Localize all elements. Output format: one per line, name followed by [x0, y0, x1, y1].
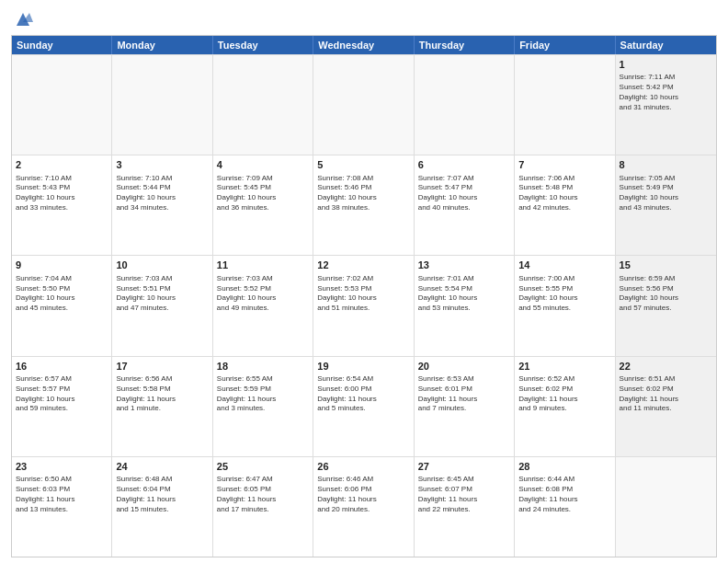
cell-info: Sunrise: 7:03 AM Sunset: 5:51 PM Dayligh…: [116, 274, 208, 314]
calendar-body: 1Sunrise: 7:11 AM Sunset: 5:42 PM Daylig…: [12, 54, 716, 557]
cal-cell: [112, 55, 212, 155]
cal-cell: 22Sunrise: 6:51 AM Sunset: 6:02 PM Dayli…: [616, 357, 716, 456]
cal-cell: 10Sunrise: 7:03 AM Sunset: 5:51 PM Dayli…: [112, 256, 212, 355]
cal-cell: 16Sunrise: 6:57 AM Sunset: 5:57 PM Dayli…: [12, 357, 112, 456]
cell-info: Sunrise: 7:11 AM Sunset: 5:42 PM Dayligh…: [620, 73, 712, 112]
cal-cell: 24Sunrise: 6:48 AM Sunset: 6:04 PM Dayli…: [112, 457, 212, 557]
cal-cell: [515, 55, 615, 155]
day-number: 12: [317, 259, 409, 271]
header-cell-monday: Monday: [112, 36, 212, 54]
week-row-2: 2Sunrise: 7:10 AM Sunset: 5:43 PM Daylig…: [12, 155, 716, 255]
page: SundayMondayTuesdayWednesdayThursdayFrid…: [0, 0, 728, 563]
cell-info: Sunrise: 6:50 AM Sunset: 6:03 PM Dayligh…: [16, 475, 108, 514]
cal-cell: 5Sunrise: 7:08 AM Sunset: 5:46 PM Daylig…: [313, 155, 414, 255]
cal-cell: 3Sunrise: 7:10 AM Sunset: 5:44 PM Daylig…: [112, 155, 212, 255]
cal-cell: 23Sunrise: 6:50 AM Sunset: 6:03 PM Dayli…: [12, 457, 112, 557]
cal-cell: 13Sunrise: 7:01 AM Sunset: 5:54 PM Dayli…: [415, 256, 515, 355]
day-number: 10: [116, 259, 208, 271]
day-number: 18: [217, 360, 309, 373]
header-cell-thursday: Thursday: [415, 36, 515, 54]
header-cell-wednesday: Wednesday: [313, 36, 414, 54]
cell-info: Sunrise: 7:05 AM Sunset: 5:49 PM Dayligh…: [620, 174, 712, 213]
week-row-4: 16Sunrise: 6:57 AM Sunset: 5:57 PM Dayli…: [12, 356, 716, 456]
calendar: SundayMondayTuesdayWednesdayThursdayFrid…: [11, 35, 717, 557]
cell-info: Sunrise: 7:09 AM Sunset: 5:45 PM Dayligh…: [217, 174, 309, 213]
cal-cell: 20Sunrise: 6:53 AM Sunset: 6:01 PM Dayli…: [415, 357, 515, 456]
cell-info: Sunrise: 6:47 AM Sunset: 6:05 PM Dayligh…: [217, 475, 309, 514]
cal-cell: 19Sunrise: 6:54 AM Sunset: 6:00 PM Dayli…: [313, 357, 414, 456]
cal-cell: 26Sunrise: 6:46 AM Sunset: 6:06 PM Dayli…: [313, 457, 414, 557]
cell-info: Sunrise: 6:46 AM Sunset: 6:06 PM Dayligh…: [317, 475, 409, 514]
cal-cell: 14Sunrise: 7:00 AM Sunset: 5:55 PM Dayli…: [515, 256, 615, 355]
cell-info: Sunrise: 6:54 AM Sunset: 6:00 PM Dayligh…: [317, 374, 409, 414]
cell-info: Sunrise: 7:01 AM Sunset: 5:54 PM Dayligh…: [418, 274, 510, 314]
cal-cell: 18Sunrise: 6:55 AM Sunset: 5:59 PM Dayli…: [213, 357, 313, 456]
day-number: 19: [317, 360, 409, 373]
logo: [11, 9, 33, 29]
week-row-3: 9Sunrise: 7:04 AM Sunset: 5:50 PM Daylig…: [12, 255, 716, 355]
day-number: 27: [418, 460, 510, 473]
day-number: 1: [620, 58, 712, 71]
cell-info: Sunrise: 6:53 AM Sunset: 6:01 PM Dayligh…: [418, 374, 510, 414]
cal-cell: [213, 55, 313, 155]
cal-cell: 17Sunrise: 6:56 AM Sunset: 5:58 PM Dayli…: [112, 357, 212, 456]
cell-info: Sunrise: 6:48 AM Sunset: 6:04 PM Dayligh…: [116, 475, 208, 514]
cell-info: Sunrise: 6:45 AM Sunset: 6:07 PM Dayligh…: [418, 475, 510, 514]
day-number: 7: [518, 158, 610, 171]
cal-cell: 21Sunrise: 6:52 AM Sunset: 6:02 PM Dayli…: [515, 357, 615, 456]
day-number: 11: [217, 259, 309, 271]
cell-info: Sunrise: 7:02 AM Sunset: 5:53 PM Dayligh…: [317, 274, 409, 314]
header-cell-friday: Friday: [515, 36, 615, 54]
cell-info: Sunrise: 7:06 AM Sunset: 5:48 PM Dayligh…: [518, 174, 610, 213]
cal-cell: 11Sunrise: 7:03 AM Sunset: 5:52 PM Dayli…: [213, 256, 313, 355]
cell-info: Sunrise: 6:44 AM Sunset: 6:08 PM Dayligh…: [518, 475, 610, 514]
day-number: 13: [418, 259, 510, 271]
cal-cell: 12Sunrise: 7:02 AM Sunset: 5:53 PM Dayli…: [313, 256, 414, 355]
cal-cell: 6Sunrise: 7:07 AM Sunset: 5:47 PM Daylig…: [415, 155, 515, 255]
day-number: 16: [16, 360, 108, 373]
header-cell-saturday: Saturday: [616, 36, 716, 54]
day-number: 15: [620, 259, 712, 271]
header-cell-tuesday: Tuesday: [213, 36, 313, 54]
cal-cell: 7Sunrise: 7:06 AM Sunset: 5:48 PM Daylig…: [515, 155, 615, 255]
logo-icon: [13, 9, 33, 29]
day-number: 9: [16, 259, 108, 271]
day-number: 14: [518, 259, 610, 271]
day-number: 28: [518, 460, 610, 473]
day-number: 2: [16, 158, 108, 171]
day-number: 23: [16, 460, 108, 473]
header-cell-sunday: Sunday: [12, 36, 112, 54]
cal-cell: 1Sunrise: 7:11 AM Sunset: 5:42 PM Daylig…: [616, 55, 716, 155]
day-number: 8: [620, 158, 712, 171]
cell-info: Sunrise: 7:04 AM Sunset: 5:50 PM Dayligh…: [16, 274, 108, 314]
cell-info: Sunrise: 6:57 AM Sunset: 5:57 PM Dayligh…: [16, 374, 108, 414]
cal-cell: [415, 55, 515, 155]
day-number: 24: [116, 460, 208, 473]
day-number: 17: [116, 360, 208, 373]
cell-info: Sunrise: 6:51 AM Sunset: 6:02 PM Dayligh…: [620, 374, 712, 414]
cell-info: Sunrise: 7:10 AM Sunset: 5:44 PM Dayligh…: [116, 174, 208, 213]
day-number: 21: [518, 360, 610, 373]
cal-cell: 2Sunrise: 7:10 AM Sunset: 5:43 PM Daylig…: [12, 155, 112, 255]
day-number: 26: [317, 460, 409, 473]
day-number: 22: [620, 360, 712, 373]
day-number: 5: [317, 158, 409, 171]
cal-cell: [616, 457, 716, 557]
cell-info: Sunrise: 7:03 AM Sunset: 5:52 PM Dayligh…: [217, 274, 309, 314]
day-number: 4: [217, 158, 309, 171]
cal-cell: 27Sunrise: 6:45 AM Sunset: 6:07 PM Dayli…: [415, 457, 515, 557]
calendar-header: SundayMondayTuesdayWednesdayThursdayFrid…: [12, 36, 716, 54]
cal-cell: 28Sunrise: 6:44 AM Sunset: 6:08 PM Dayli…: [515, 457, 615, 557]
cal-cell: 9Sunrise: 7:04 AM Sunset: 5:50 PM Daylig…: [12, 256, 112, 355]
header: [11, 9, 717, 29]
day-number: 6: [418, 158, 510, 171]
day-number: 20: [418, 360, 510, 373]
week-row-1: 1Sunrise: 7:11 AM Sunset: 5:42 PM Daylig…: [12, 54, 716, 155]
week-row-5: 23Sunrise: 6:50 AM Sunset: 6:03 PM Dayli…: [12, 456, 716, 557]
cell-info: Sunrise: 7:07 AM Sunset: 5:47 PM Dayligh…: [418, 174, 510, 213]
cal-cell: 4Sunrise: 7:09 AM Sunset: 5:45 PM Daylig…: [213, 155, 313, 255]
cal-cell: 15Sunrise: 6:59 AM Sunset: 5:56 PM Dayli…: [616, 256, 716, 355]
cell-info: Sunrise: 6:56 AM Sunset: 5:58 PM Dayligh…: [116, 374, 208, 414]
cal-cell: 8Sunrise: 7:05 AM Sunset: 5:49 PM Daylig…: [616, 155, 716, 255]
cal-cell: 25Sunrise: 6:47 AM Sunset: 6:05 PM Dayli…: [213, 457, 313, 557]
